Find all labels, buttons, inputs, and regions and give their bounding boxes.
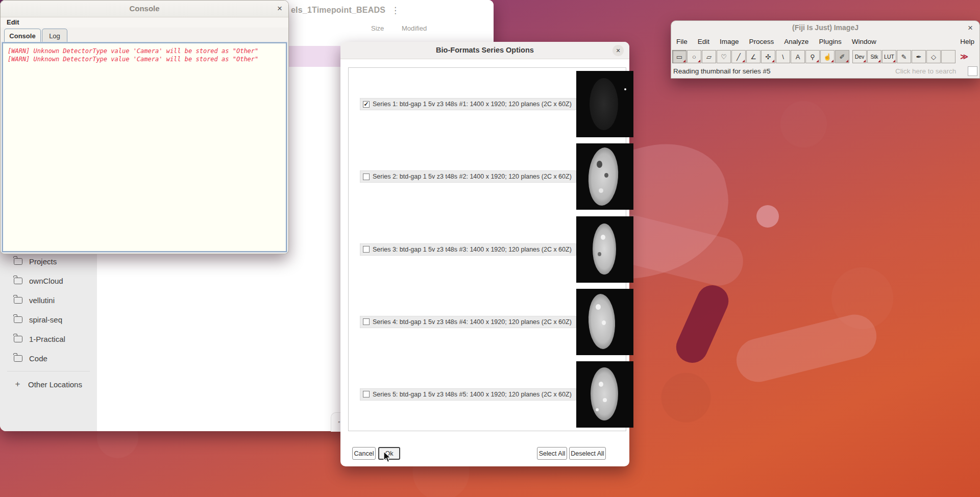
dialog-titlebar[interactable]: Bio-Formats Series Options × xyxy=(340,42,629,59)
search-box[interactable] xyxy=(968,66,977,76)
imagej-window: (Fiji Is Just) ImageJ × File Edit Image … xyxy=(671,20,980,79)
folder-icon xyxy=(14,336,22,342)
series-2-checkbox[interactable]: ✓ xyxy=(363,173,370,180)
sidebar-item-label: spiral-seq xyxy=(29,315,62,324)
series-row: ✓ Series 2: btd-gap 1 5v z3 t48s #2: 140… xyxy=(349,140,626,213)
sidebar-item-label: Projects xyxy=(29,257,57,266)
cancel-button[interactable]: Cancel xyxy=(352,447,376,460)
series-4-label: Series 4: btd-gap 1 5v z3 t48s #4: 1400 … xyxy=(373,318,572,326)
series-3-checkbox[interactable]: ✓ xyxy=(363,246,370,253)
select-all-button[interactable]: Select All xyxy=(537,447,567,460)
sidebar-item-other-locations[interactable]: + Other Locations xyxy=(0,376,97,393)
pencil-tool-icon[interactable]: ✎ xyxy=(897,50,911,63)
series-list-panel: ✓ Series 1: btd-gap 1 5v z3 t48s #1: 140… xyxy=(348,67,626,431)
point-tool-icon[interactable]: ✣ xyxy=(761,50,775,63)
series-1-checkbox[interactable]: ✓ xyxy=(363,101,370,108)
sidebar-item-spiral-seq[interactable]: spiral-seq xyxy=(0,311,97,328)
sidebar-item-label: Other Locations xyxy=(28,380,82,389)
sidebar-item-1-practical[interactable]: 1-Practical xyxy=(0,330,97,347)
series-3-option[interactable]: ✓ Series 3: btd-gap 1 5v z3 t48s #3: 140… xyxy=(360,243,576,256)
speck xyxy=(598,252,601,256)
console-titlebar[interactable]: Console × xyxy=(1,1,288,17)
menu-process[interactable]: Process xyxy=(749,38,774,45)
close-button[interactable]: × xyxy=(612,45,624,56)
brush-tool-icon[interactable]: ✒ xyxy=(912,50,926,63)
empty-tool-slot[interactable] xyxy=(941,50,955,63)
series-4-checkbox[interactable]: ✓ xyxy=(363,318,370,325)
sidebar-item-owncloud[interactable]: ownCloud xyxy=(0,272,97,289)
series-row: ✓ Series 4: btd-gap 1 5v z3 t48s #4: 140… xyxy=(349,286,626,358)
imagej-window-title: (Fiji Is Just) ImageJ xyxy=(671,23,979,32)
menu-edit[interactable]: Edit xyxy=(698,38,709,45)
menu-window[interactable]: Window xyxy=(852,38,876,45)
search-input[interactable] xyxy=(894,67,968,76)
text-tool-icon[interactable]: A xyxy=(791,50,805,63)
angle-tool-icon[interactable]: ∠ xyxy=(746,50,761,63)
sidebar-item-vellutini[interactable]: vellutini xyxy=(0,291,97,309)
series-1-thumbnail xyxy=(576,71,633,137)
series-row: ✓ Series 1: btd-gap 1 5v z3 t48s #1: 140… xyxy=(349,68,626,140)
sidebar-item-label: 1-Practical xyxy=(29,335,65,343)
folder-icon xyxy=(14,355,22,362)
kebab-menu-icon[interactable]: ⋮ xyxy=(391,5,400,16)
lut-tool-button[interactable]: LUT xyxy=(882,50,896,63)
oval-tool-icon[interactable]: ○ xyxy=(687,50,701,63)
stack-tool-button[interactable]: Stk xyxy=(867,50,881,63)
embryo-blob xyxy=(590,78,618,130)
sidebar-item-projects[interactable]: Projects xyxy=(0,253,97,270)
close-icon[interactable]: × xyxy=(968,23,973,32)
tab-console[interactable]: Console xyxy=(4,29,41,42)
deselect-all-button[interactable]: Deselect All xyxy=(569,447,606,460)
imagej-toolbar: ▭ ○ ▱ ♡ ╱ ∠ ✣ \ A ⚲ ☝ ✐ Dev Stk LUT ✎ ✒ … xyxy=(672,49,978,64)
log-line: [WARN] Unknown DetectorType value 'Camer… xyxy=(8,47,281,55)
series-1-label: Series 1: btd-gap 1 5v z3 t48s #1: 1400 … xyxy=(373,101,572,108)
status-text: Reading thumbnail for series #5 xyxy=(673,67,771,75)
more-tools-icon[interactable]: ≫ xyxy=(957,50,971,63)
embryo-blob xyxy=(591,367,618,420)
series-5-option[interactable]: ✓ Series 5: btd-gap 1 5v z3 t48s #5: 140… xyxy=(360,388,576,401)
speck xyxy=(596,304,601,310)
zoom-tool-icon[interactable]: ⚲ xyxy=(805,50,820,63)
series-5-checkbox[interactable]: ✓ xyxy=(363,391,370,397)
menu-analyze[interactable]: Analyze xyxy=(784,38,808,45)
series-4-thumbnail xyxy=(576,289,633,355)
plus-icon: + xyxy=(14,379,21,389)
menu-file[interactable]: File xyxy=(676,38,688,45)
folder-icon xyxy=(14,297,22,304)
close-icon[interactable]: × xyxy=(277,4,282,13)
tab-log[interactable]: Log xyxy=(42,29,67,42)
series-4-option[interactable]: ✓ Series 4: btd-gap 1 5v z3 t48s #4: 140… xyxy=(360,316,576,328)
sidebar-item-code[interactable]: Code xyxy=(0,350,97,367)
menu-image[interactable]: Image xyxy=(720,38,739,45)
console-tabbar: Console Log xyxy=(1,29,288,43)
color-picker-tool-icon[interactable]: ✐ xyxy=(835,50,849,63)
freehand-tool-icon[interactable]: ♡ xyxy=(717,50,731,63)
files-window-title: els_1Timepoint_BEADS xyxy=(291,6,393,15)
wand-tool-icon[interactable]: \ xyxy=(776,50,790,63)
console-window-title: Console xyxy=(1,4,288,13)
polygon-tool-icon[interactable]: ▱ xyxy=(702,50,716,63)
speck xyxy=(596,408,599,411)
console-log-area[interactable]: [WARN] Unknown DetectorType value 'Camer… xyxy=(2,42,287,252)
imagej-titlebar[interactable]: (Fiji Is Just) ImageJ × xyxy=(671,21,979,35)
line-tool-icon[interactable]: ╱ xyxy=(731,50,746,63)
fill-tool-icon[interactable]: ◇ xyxy=(926,50,941,63)
imagej-statusbar: Reading thumbnail for series #5 xyxy=(673,65,977,77)
series-2-option[interactable]: ✓ Series 2: btd-gap 1 5v z3 t48s #2: 140… xyxy=(360,170,576,183)
console-menubar: Edit xyxy=(1,17,288,28)
series-row: ✓ Series 3: btd-gap 1 5v z3 t48s #3: 140… xyxy=(349,213,626,285)
speck xyxy=(597,161,602,168)
column-header-size[interactable]: Size xyxy=(371,24,384,32)
speck xyxy=(601,235,605,240)
speck xyxy=(624,88,626,90)
folder-icon xyxy=(14,258,22,265)
menu-edit[interactable]: Edit xyxy=(7,18,19,26)
rectangle-tool-icon[interactable]: ▭ xyxy=(672,50,687,63)
column-header-modified[interactable]: Modified xyxy=(402,24,427,32)
menu-plugins[interactable]: Plugins xyxy=(819,38,841,45)
close-icon: × xyxy=(616,46,620,55)
hand-tool-icon[interactable]: ☝ xyxy=(820,50,835,63)
series-1-option[interactable]: ✓ Series 1: btd-gap 1 5v z3 t48s #1: 140… xyxy=(360,98,576,110)
menu-help[interactable]: Help xyxy=(960,38,974,45)
dev-tool-button[interactable]: Dev xyxy=(852,50,867,63)
